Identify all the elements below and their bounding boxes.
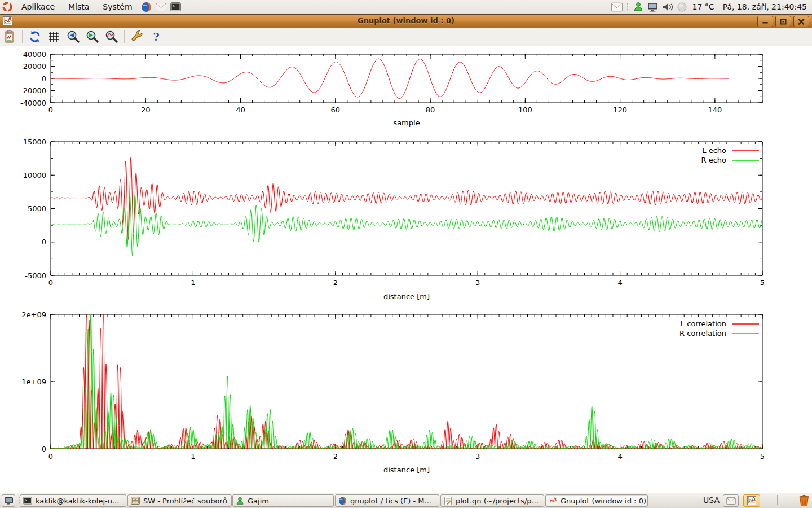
taskbar: kaklik@kaklik-kolej-u... SW - Prohlížeč … [0, 493, 812, 508]
y-tick-label: -5000 [25, 271, 46, 280]
clipboard-icon [3, 30, 16, 43]
window-title: Gnuplot (window id : 0) [0, 16, 812, 25]
gnome-panel: Aplikace Místa Systém [0, 0, 812, 14]
close-button[interactable] [793, 16, 809, 27]
trash-applet[interactable] [798, 494, 810, 508]
legend-label: R echo [701, 156, 726, 164]
minimize-icon [762, 19, 769, 24]
volume-icon [662, 2, 673, 12]
autoscale-icon [105, 30, 118, 43]
mail-notification-icon[interactable] [611, 1, 623, 12]
volume-icon[interactable] [662, 1, 673, 12]
task-gajim[interactable]: Gajim [232, 494, 334, 507]
zoom-next-button[interactable] [84, 29, 101, 45]
applet-handle[interactable] [626, 2, 629, 11]
y-tick-label: 40000 [23, 50, 46, 59]
mail-icon [726, 497, 736, 505]
menu-system[interactable]: Systém [96, 0, 139, 14]
x-tick-label: 80 [426, 106, 435, 114]
file-manager-icon [131, 497, 140, 505]
help-button[interactable]: ? [148, 29, 165, 45]
task-terminal[interactable]: kaklik@kaklik-kolej-u... [20, 494, 126, 507]
task-gnuplot[interactable]: Gnuplot (window id : 0) [545, 494, 648, 507]
task-firefox[interactable]: gnuplot / tics (E) - M... [335, 494, 439, 507]
zoom-next-icon [86, 30, 99, 43]
refresh-icon [28, 30, 42, 43]
ubuntu-logo-icon[interactable] [2, 1, 13, 12]
user-presence-icon[interactable] [633, 1, 644, 12]
task-label: Gnuplot (window id : 0) [561, 497, 646, 505]
mail-icon [156, 3, 166, 11]
zoom-previous-button[interactable] [65, 29, 82, 45]
firefox-launcher[interactable] [141, 1, 152, 12]
maximize-button[interactable] [775, 16, 791, 27]
close-icon [798, 19, 805, 25]
gnuplot-plot-canvas[interactable]: 020406080100120140-40000-200000200004000… [0, 46, 812, 493]
display-icon [647, 2, 658, 12]
y-tick-label: 20000 [23, 62, 46, 71]
x-tick-label: 0 [48, 106, 53, 114]
x-tick-label: 2 [333, 452, 338, 461]
autoscale-button[interactable] [103, 29, 120, 45]
minimize-button[interactable] [757, 16, 773, 27]
zoom-previous-icon [67, 30, 80, 43]
firefox-icon [338, 497, 347, 505]
keyboard-layout-indicator[interactable]: USA [703, 496, 720, 505]
x-tick-label: 120 [613, 106, 627, 114]
task-text-editor[interactable]: plot.gn (~/projects/p... [440, 494, 544, 507]
gnuplot-tray-button[interactable] [743, 494, 760, 507]
series-r-correlation [51, 314, 762, 449]
terminal-launcher[interactable] [170, 1, 182, 12]
toolbar-separator [22, 30, 23, 43]
task-file-manager[interactable]: SW - Prohlížeč souborů [127, 494, 232, 507]
show-desktop-icon [5, 497, 13, 505]
menu-places[interactable]: Místa [61, 0, 96, 14]
configure-button[interactable] [129, 29, 145, 45]
y-tick-label: 0 [42, 75, 46, 83]
chart-correlation[interactable]: 01234501e+092e+09distance [m]L correlati… [21, 310, 765, 475]
series-chirp-signal [51, 59, 729, 98]
legend-label: L echo [702, 146, 726, 155]
y-tick-label: 2e+09 [21, 310, 46, 319]
grid-icon [48, 30, 60, 43]
chart-echo[interactable]: 012345-5000050001000015000distance [m]L … [23, 138, 765, 301]
x-tick-label: 1 [191, 452, 195, 461]
mail-icon [611, 2, 623, 12]
weather-icon [677, 2, 687, 12]
copy-to-clipboard-button[interactable] [1, 29, 18, 45]
display-settings-icon[interactable] [647, 1, 659, 12]
temperature-label[interactable]: 17 °C [692, 2, 714, 11]
x-tick-label: 60 [331, 106, 341, 114]
y-tick-label: 5000 [28, 204, 46, 213]
mail-tray-button[interactable] [723, 494, 739, 507]
x-tick-label: 4 [617, 452, 622, 461]
x-tick-label: 3 [475, 278, 480, 287]
x-axis-label: distance [m] [383, 466, 430, 474]
help-icon: ? [153, 30, 159, 43]
maximize-icon [780, 19, 787, 25]
window-titlebar[interactable]: Gnuplot (window id : 0) [0, 14, 812, 28]
x-tick-label: 40 [236, 106, 245, 114]
person-icon [236, 497, 244, 505]
clock[interactable]: Pá, 18. září, 21:40:45 [723, 2, 807, 11]
gnuplot-icon [549, 497, 557, 505]
text-editor-icon [444, 497, 452, 505]
chart-waveform[interactable]: 020406080100120140-40000-200000200004000… [20, 50, 762, 128]
x-tick-label: 100 [518, 106, 532, 114]
replot-button[interactable] [27, 29, 43, 45]
task-label: gnuplot / tics (E) - M... [350, 497, 431, 505]
series-l-correlation [51, 314, 762, 449]
show-desktop-button[interactable] [2, 494, 15, 507]
mail-launcher[interactable] [156, 1, 167, 12]
legend-label: R correlation [679, 329, 726, 338]
x-axis-label: sample [393, 119, 420, 127]
x-tick-label: 5 [760, 278, 765, 287]
toggle-grid-button[interactable] [46, 29, 63, 45]
menu-applications[interactable]: Aplikace [15, 0, 61, 14]
weather-icon[interactable] [677, 1, 688, 12]
x-tick-label: 0 [48, 452, 53, 461]
y-tick-label: 1e+09 [21, 378, 46, 386]
y-tick-label: 0 [42, 445, 46, 453]
x-tick-label: 1 [191, 278, 195, 287]
y-tick-label: 10000 [23, 171, 46, 179]
